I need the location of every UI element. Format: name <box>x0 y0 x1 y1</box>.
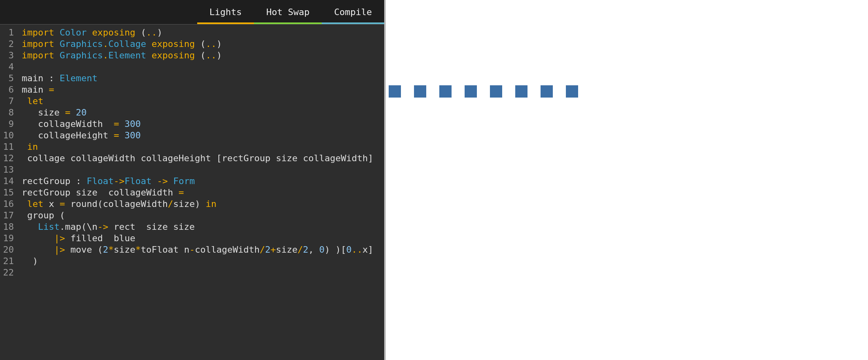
line-number: 1 <box>0 27 16 38</box>
line-number: 18 <box>0 221 16 233</box>
line-number: 19 <box>0 233 16 244</box>
code-line: 10 collageHeight = 300 <box>0 130 384 141</box>
compile-button[interactable]: Compile <box>322 0 384 24</box>
line-number: 10 <box>0 130 16 141</box>
line-number: 20 <box>0 244 16 256</box>
code-line: 1 import Color exposing (..) <box>0 27 384 38</box>
hotswap-button[interactable]: Hot Swap <box>254 0 322 24</box>
line-number: 9 <box>0 118 16 130</box>
code-line: 8 size = 20 <box>0 107 384 118</box>
code-line: 6 main = <box>0 84 384 96</box>
line-number: 7 <box>0 96 16 107</box>
line-number: 13 <box>0 164 16 176</box>
code-line: 13 <box>0 164 384 176</box>
line-number: 21 <box>0 256 16 267</box>
code-line: 15 rectGroup size collageWidth = <box>0 187 384 198</box>
output-square <box>566 85 578 98</box>
code-line: 20 |> move (2*size*toFloat n-collageWidt… <box>0 244 384 256</box>
output-pane <box>386 0 868 360</box>
line-number: 16 <box>0 198 16 210</box>
code-editor[interactable]: 1 import Color exposing (..) 2 import Gr… <box>0 24 384 360</box>
output-square <box>541 85 553 98</box>
line-number: 3 <box>0 50 16 61</box>
output-squares <box>389 85 578 98</box>
output-square <box>515 85 527 98</box>
code-line: 4 <box>0 61 384 73</box>
line-number: 22 <box>0 267 16 278</box>
code-line: 3 import Graphics.Element exposing (..) <box>0 50 384 61</box>
editor-pane: Lights Hot Swap Compile 1 import Color e… <box>0 0 384 360</box>
line-number: 15 <box>0 187 16 198</box>
code-line: 22 <box>0 267 384 278</box>
code-line: 7 let <box>0 96 384 107</box>
line-number: 12 <box>0 153 16 164</box>
code-line: 19 |> filled blue <box>0 233 384 244</box>
code-line: 17 group ( <box>0 210 384 221</box>
code-line: 14 rectGroup : Float->Float -> Form <box>0 176 384 187</box>
output-square <box>490 85 502 98</box>
code-line: 11 in <box>0 141 384 153</box>
code-line: 16 let x = round(collageWidth/size) in <box>0 198 384 210</box>
line-number: 5 <box>0 73 16 84</box>
code-line: 18 List.map(\n-> rect size size <box>0 221 384 233</box>
output-square <box>465 85 477 98</box>
toolbar: Lights Hot Swap Compile <box>0 0 384 24</box>
output-square <box>439 85 452 98</box>
line-number: 17 <box>0 210 16 221</box>
lights-button[interactable]: Lights <box>197 0 254 24</box>
code-line: 2 import Graphics.Collage exposing (..) <box>0 38 384 50</box>
code-line: 21 ) <box>0 256 384 267</box>
line-number: 2 <box>0 38 16 50</box>
code-line: 9 collageWidth = 300 <box>0 118 384 130</box>
line-number: 11 <box>0 141 16 153</box>
code-line: 12 collage collageWidth collageHeight [r… <box>0 153 384 164</box>
line-number: 6 <box>0 84 16 96</box>
output-square <box>389 85 401 98</box>
output-square <box>414 85 426 98</box>
line-number: 8 <box>0 107 16 118</box>
line-number: 4 <box>0 61 16 73</box>
code-line: 5 main : Element <box>0 73 384 84</box>
line-number: 14 <box>0 176 16 187</box>
